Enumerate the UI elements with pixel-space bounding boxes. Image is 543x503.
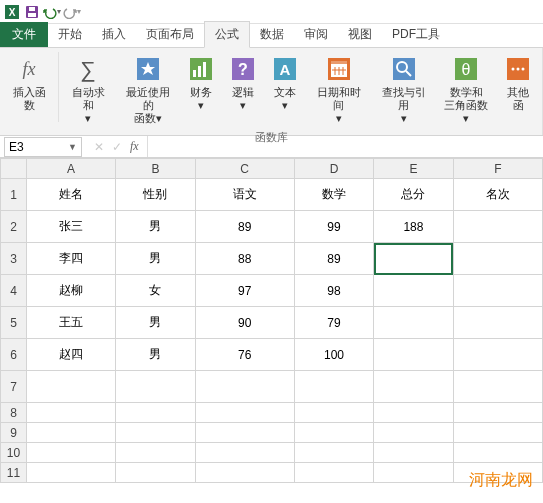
cell[interactable] [294, 371, 373, 403]
cell[interactable] [26, 403, 115, 423]
cell[interactable] [26, 371, 115, 403]
tab-pdf[interactable]: PDF工具 [382, 22, 450, 47]
cell[interactable]: 张三 [26, 211, 115, 243]
col-header[interactable]: D [294, 159, 373, 179]
row-header[interactable]: 11 [1, 463, 27, 483]
lookup-button[interactable]: 查找与引用 ▾ [373, 52, 434, 128]
insert-function-button[interactable]: fx 插入函数 [4, 52, 54, 114]
row-header[interactable]: 4 [1, 275, 27, 307]
col-header[interactable]: C [195, 159, 294, 179]
row-header[interactable]: 1 [1, 179, 27, 211]
logical-button[interactable]: ? 逻辑 ▾ [224, 52, 262, 114]
cell[interactable] [116, 443, 195, 463]
cell[interactable]: 男 [116, 243, 195, 275]
select-all-handle[interactable] [1, 159, 27, 179]
cell[interactable]: 89 [294, 243, 373, 275]
tab-file[interactable]: 文件 [0, 22, 48, 47]
row-header[interactable]: 3 [1, 243, 27, 275]
tab-home[interactable]: 开始 [48, 22, 92, 47]
math-button[interactable]: θ 数学和 三角函数▾ [438, 52, 494, 128]
cell[interactable]: 99 [294, 211, 373, 243]
datetime-button[interactable]: 日期和时间 ▾ [308, 52, 369, 128]
cell[interactable]: 98 [294, 275, 373, 307]
cell[interactable]: 赵四 [26, 339, 115, 371]
cell[interactable] [453, 371, 542, 403]
tab-pagelayout[interactable]: 页面布局 [136, 22, 204, 47]
cell[interactable]: 总分 [374, 179, 453, 211]
tab-review[interactable]: 审阅 [294, 22, 338, 47]
cell[interactable]: 李四 [26, 243, 115, 275]
cell[interactable] [374, 443, 453, 463]
cell[interactable]: 数学 [294, 179, 373, 211]
cell[interactable] [26, 423, 115, 443]
save-icon[interactable] [23, 3, 41, 21]
cell[interactable] [374, 463, 453, 483]
cell[interactable] [453, 243, 542, 275]
cell[interactable]: 姓名 [26, 179, 115, 211]
tab-view[interactable]: 视图 [338, 22, 382, 47]
cell[interactable] [374, 275, 453, 307]
tab-data[interactable]: 数据 [250, 22, 294, 47]
cell[interactable] [294, 423, 373, 443]
row-header[interactable]: 8 [1, 403, 27, 423]
row-header[interactable]: 10 [1, 443, 27, 463]
cell[interactable]: 王五 [26, 307, 115, 339]
cell[interactable]: 89 [195, 211, 294, 243]
cell[interactable] [116, 423, 195, 443]
cell[interactable]: 男 [116, 211, 195, 243]
cell[interactable] [116, 403, 195, 423]
cell[interactable]: 76 [195, 339, 294, 371]
cell[interactable] [116, 371, 195, 403]
col-header[interactable]: A [26, 159, 115, 179]
cell[interactable] [453, 307, 542, 339]
cell[interactable] [374, 423, 453, 443]
cell[interactable] [195, 423, 294, 443]
cell[interactable] [453, 423, 542, 443]
col-header[interactable]: E [374, 159, 453, 179]
cell[interactable]: 188 [374, 211, 453, 243]
recent-functions-button[interactable]: 最近使用的 函数▾ [118, 52, 179, 128]
cell[interactable]: 男 [116, 339, 195, 371]
fx-bar-icon[interactable]: fx [130, 139, 139, 154]
text-button[interactable]: A 文本 ▾ [266, 52, 304, 114]
cell[interactable] [26, 443, 115, 463]
row-header[interactable]: 2 [1, 211, 27, 243]
cell[interactable]: 79 [294, 307, 373, 339]
cell[interactable]: 100 [294, 339, 373, 371]
cell[interactable] [294, 463, 373, 483]
cell[interactable]: 名次 [453, 179, 542, 211]
cell[interactable]: 97 [195, 275, 294, 307]
other-functions-button[interactable]: 其他函 [498, 52, 538, 114]
col-header[interactable]: F [453, 159, 542, 179]
undo-icon[interactable]: ▾ [43, 3, 61, 21]
cell[interactable]: 性别 [116, 179, 195, 211]
cell[interactable] [195, 371, 294, 403]
row-header[interactable]: 6 [1, 339, 27, 371]
cell[interactable]: 女 [116, 275, 195, 307]
cell[interactable]: 88 [195, 243, 294, 275]
cell[interactable] [453, 443, 542, 463]
redo-icon[interactable]: ▾ [63, 3, 81, 21]
financial-button[interactable]: 财务 ▾ [182, 52, 220, 114]
cell[interactable] [26, 463, 115, 483]
name-box[interactable]: E3 ▼ [4, 137, 82, 157]
row-header[interactable]: 7 [1, 371, 27, 403]
row-header[interactable]: 9 [1, 423, 27, 443]
formula-input[interactable] [147, 136, 543, 157]
grid[interactable]: A B C D E F 1 姓名 性别 语文 数学 总分 名次 2 张三 男 8… [0, 158, 543, 483]
col-header[interactable]: B [116, 159, 195, 179]
cell[interactable] [195, 463, 294, 483]
row-header[interactable]: 5 [1, 307, 27, 339]
cell[interactable]: 90 [195, 307, 294, 339]
cell[interactable] [374, 403, 453, 423]
cell[interactable] [195, 403, 294, 423]
cell[interactable] [374, 339, 453, 371]
cell[interactable] [195, 443, 294, 463]
cell[interactable] [294, 443, 373, 463]
cell[interactable]: 语文 [195, 179, 294, 211]
cell[interactable] [374, 371, 453, 403]
cell[interactable] [453, 339, 542, 371]
cell[interactable] [116, 463, 195, 483]
cell[interactable] [453, 403, 542, 423]
cell[interactable]: 男 [116, 307, 195, 339]
